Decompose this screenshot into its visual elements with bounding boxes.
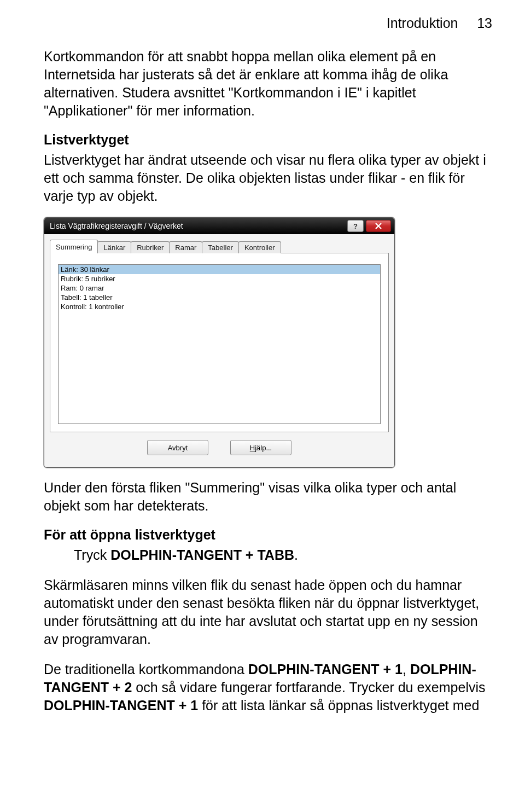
tab-strip: Summering Länkar Rubriker Ramar Tabeller… [50,240,389,253]
titlebar-close-button[interactable] [366,220,391,232]
tab-label: Ramar [175,243,196,252]
cancel-button[interactable]: Avbryt [147,440,208,455]
tab-lankar[interactable]: Länkar [97,241,131,253]
text: . [294,547,298,562]
listverktyget-heading: Listverktyget [44,132,492,148]
list-item-label: Tabell: 1 tabeller [61,293,113,301]
memory-paragraph: Skärmläsaren minns vilken flik du senast… [44,576,492,648]
text: för att lista länkar så öppnas listverkt… [198,698,479,713]
list-item-label: Rubrik: 5 rubriker [61,275,115,283]
close-icon [375,223,382,229]
tab-ramar[interactable]: Ramar [169,241,202,253]
list-item-label: Kontroll: 1 kontroller [61,303,124,311]
text: , [402,662,410,677]
text: och så vidare fungerar fortfarande. Tryc… [132,680,485,695]
mnemonic-letter: H [250,444,255,452]
titlebar-help-button[interactable]: ? [347,220,364,232]
tab-label: Kontroller [244,243,275,252]
help-icon: ? [353,222,358,230]
document-page: Introduktion 13 Kortkommandon för att sn… [0,0,525,731]
dialog-titlebar[interactable]: Lista Vägtrafikregisteravgift / Vägverke… [44,218,394,234]
list-item-label: Ram: 0 ramar [61,284,104,292]
tab-label: Summering [56,243,92,251]
list-item[interactable]: Tabell: 1 tabeller [59,293,380,302]
list-item[interactable]: Ram: 0 ramar [59,283,380,293]
tab-summering[interactable]: Summering [50,240,98,253]
tab-kontroller[interactable]: Kontroller [238,241,281,253]
section-name: Introduktion [387,15,458,31]
page-number: 13 [477,15,492,31]
list-item-label: Länk: 30 länkar [61,265,109,274]
intro-paragraph: Kortkommandon för att snabbt hoppa mella… [44,48,492,120]
button-label-rest: jälp... [255,444,272,452]
dialog-title: Lista Vägtrafikregisteravgift / Vägverke… [48,222,183,230]
keyboard-shortcut: DOLPHIN-TANGENT + TABB [110,547,294,562]
summary-listbox[interactable]: Länk: 30 länkar Rubrik: 5 rubriker Ram: … [58,264,381,424]
tab-rubriker[interactable]: Rubriker [131,241,170,253]
tab-label: Rubriker [137,243,164,252]
list-item[interactable]: Kontroll: 1 kontroller [59,302,380,311]
help-button[interactable]: Hjälp... [230,440,291,455]
keyboard-shortcut: DOLPHIN-TANGENT + 1 [248,662,402,677]
open-instruction: Tryck DOLPHIN-TANGENT + TABB. [44,546,492,564]
open-heading: För att öppna listverktyget [44,527,492,543]
text: De traditionella kortkommandona [44,662,248,677]
titlebar-controls: ? [347,220,391,232]
tab-label: Tabeller [208,243,233,252]
dialog-footer: Avbryt Hjälp... [50,432,389,461]
button-label: Hjälp... [250,444,272,452]
tab-content: Länk: 30 länkar Rubrik: 5 rubriker Ram: … [50,253,389,432]
button-label: Avbryt [168,444,188,452]
keyboard-shortcut: DOLPHIN-TANGENT + 1 [44,698,198,713]
after-dialog-paragraph: Under den första fliken "Summering" visa… [44,479,492,515]
traditional-shortcuts-paragraph: De traditionella kortkommandona DOLPHIN-… [44,660,492,715]
text: Tryck [74,547,110,562]
list-dialog: Lista Vägtrafikregisteravgift / Vägverke… [44,217,395,468]
list-item[interactable]: Rubrik: 5 rubriker [59,274,380,283]
page-header: Introduktion 13 [44,15,492,31]
tab-label: Länkar [103,243,125,252]
dialog-body: Summering Länkar Rubriker Ramar Tabeller… [44,234,394,467]
list-item[interactable]: Länk: 30 länkar [59,265,380,274]
listverktyget-paragraph: Listverktyget har ändrat utseende och vi… [44,151,492,205]
tab-tabeller[interactable]: Tabeller [202,241,239,253]
